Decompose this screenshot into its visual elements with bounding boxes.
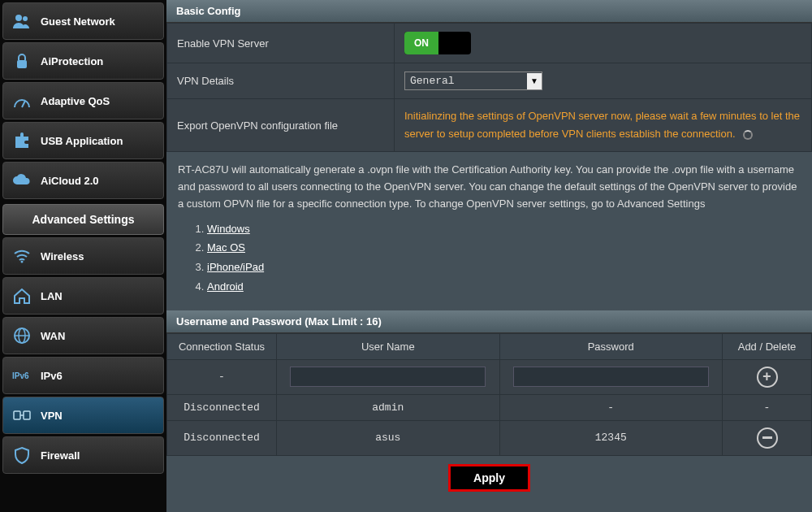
shield-icon [11, 446, 32, 464]
user-section-header: Username and Password (Max Limit : 16) [166, 310, 812, 333]
sidebar-item-label: USB Application [41, 135, 123, 147]
minus-icon [762, 436, 772, 439]
people-icon [11, 12, 32, 30]
row-pass: - [499, 394, 723, 420]
gauge-icon [11, 92, 32, 110]
main-content: Basic Config Enable VPN Server ON VPN De… [166, 0, 812, 512]
sidebar-item-lan[interactable]: LAN [2, 277, 164, 315]
export-config-label: Export OpenVPN configuration file [167, 99, 395, 152]
globe-icon [11, 327, 32, 345]
link-android[interactable]: Android [207, 280, 244, 293]
init-message: Initialinzing the settings of OpenVPN se… [404, 110, 800, 140]
row-status: Disconnected [167, 420, 277, 455]
description-text: RT-AC87U will automatically generate a .… [178, 162, 801, 212]
vpn-details-select[interactable]: General ▼ [404, 72, 542, 90]
apply-button[interactable]: Apply [448, 464, 530, 492]
loading-spinner-icon [743, 130, 753, 140]
wifi-icon [11, 247, 32, 265]
svg-point-1 [23, 16, 28, 21]
user-table: Connection Status User Name Password Add… [166, 333, 812, 456]
sidebar-item-label: AiCloud 2.0 [41, 175, 99, 187]
home-icon [11, 287, 32, 305]
link-iphone-ipad[interactable]: iPhone/iPad [207, 261, 264, 273]
description-block: RT-AC87U will automatically generate a .… [166, 152, 812, 310]
table-row: Disconnected admin - - [167, 394, 812, 420]
col-action: Add / Delete [723, 333, 812, 359]
apply-wrap: Apply [166, 456, 812, 500]
sidebar-item-adaptive-qos[interactable]: Adaptive QoS [2, 82, 164, 119]
svg-rect-10 [24, 411, 30, 419]
sidebar-item-label: WAN [41, 330, 65, 342]
cloud-icon [11, 171, 32, 189]
svg-line-3 [22, 101, 25, 107]
sidebar-item-firewall[interactable]: Firewall [2, 436, 164, 474]
ipv6-icon: IPv6 [11, 367, 32, 384]
basic-config-header: Basic Config [166, 0, 812, 23]
password-input[interactable] [513, 367, 709, 387]
row-pass: 12345 [499, 420, 723, 455]
sidebar: Guest Network AiProtection Adaptive QoS … [0, 0, 166, 512]
sidebar-item-guest-network[interactable]: Guest Network [2, 2, 164, 40]
row-user: asus [277, 420, 500, 455]
sidebar-item-label: VPN [41, 410, 63, 422]
svg-rect-2 [17, 60, 27, 68]
chevron-down-icon: ▼ [527, 73, 542, 89]
sidebar-item-usb-application[interactable]: USB Application [2, 122, 164, 159]
sidebar-item-label: Guest Network [41, 15, 115, 28]
basic-config-table: Enable VPN Server ON VPN Details General… [166, 23, 812, 152]
col-password: Password [499, 333, 723, 359]
row-action: - [723, 394, 812, 420]
col-status: Connection Status [167, 333, 277, 359]
sidebar-item-vpn[interactable]: VPN [2, 397, 164, 434]
vpn-details-dropdown[interactable]: General [405, 72, 527, 89]
os-link-list: Windows Mac OS iPhone/iPad Android [207, 221, 801, 296]
link-windows[interactable]: Windows [207, 223, 250, 235]
lock-icon [11, 52, 32, 70]
svg-text:IPv6: IPv6 [12, 371, 29, 380]
col-username: User Name [277, 333, 500, 359]
puzzle-icon [11, 132, 32, 150]
vpn-details-label: VPN Details [167, 63, 395, 99]
sidebar-item-aiprotection[interactable]: AiProtection [2, 42, 164, 80]
sidebar-item-label: AiProtection [41, 55, 103, 67]
sidebar-item-label: Adaptive QoS [41, 95, 110, 107]
vpn-icon [11, 406, 32, 424]
plus-icon: + [762, 369, 771, 385]
svg-point-4 [21, 261, 24, 263]
sidebar-section-advanced: Advanced Settings [2, 204, 164, 235]
add-user-button[interactable]: + [757, 367, 778, 388]
sidebar-item-ipv6[interactable]: IPv6 IPv6 [2, 357, 164, 394]
row-user: admin [277, 394, 500, 420]
sidebar-item-wan[interactable]: WAN [2, 317, 164, 354]
sidebar-item-label: IPv6 [41, 370, 63, 382]
sidebar-item-label: LAN [41, 290, 63, 302]
remove-user-button[interactable] [757, 427, 778, 449]
table-row: Disconnected asus 12345 [167, 420, 812, 455]
enable-vpn-toggle[interactable]: ON [404, 32, 471, 54]
sidebar-item-wireless[interactable]: Wireless [2, 237, 164, 275]
sidebar-item-label: Wireless [41, 250, 84, 263]
input-row-status: - [167, 359, 277, 394]
link-macos[interactable]: Mac OS [207, 241, 245, 254]
row-status: Disconnected [167, 394, 277, 420]
toggle-on-label: ON [404, 32, 438, 54]
enable-vpn-label: Enable VPN Server [167, 24, 395, 63]
username-input[interactable] [290, 367, 486, 387]
sidebar-item-aicloud[interactable]: AiCloud 2.0 [2, 162, 164, 199]
sidebar-item-label: Firewall [41, 449, 80, 462]
table-input-row: - + [167, 359, 812, 394]
svg-rect-9 [14, 411, 20, 419]
svg-point-0 [15, 15, 22, 21]
